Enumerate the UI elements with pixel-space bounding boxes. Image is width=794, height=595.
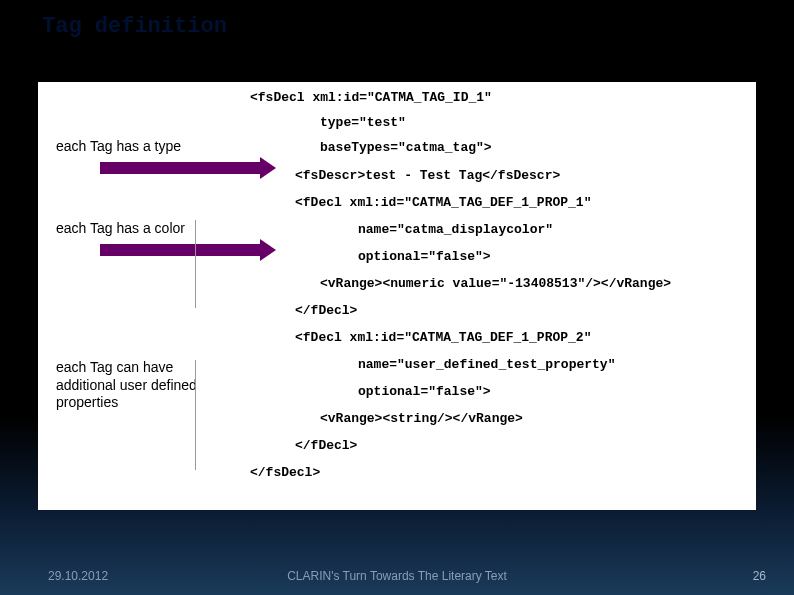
annotation-type: each Tag has a type	[56, 138, 196, 156]
code-line-4: <fsDescr>test - Test Tag</fsDescr>	[295, 168, 560, 183]
code-line-2: type="test"	[320, 115, 406, 130]
code-line-3: baseTypes="catma_tag">	[320, 140, 492, 155]
arrow-type	[100, 162, 260, 174]
code-line-12: optional="false">	[358, 384, 491, 399]
code-line-9: </fDecl>	[295, 303, 357, 318]
code-line-14: </fDecl>	[295, 438, 357, 453]
bracket-props	[195, 360, 196, 470]
bracket-color	[195, 220, 196, 308]
code-line-15: </fsDecl>	[250, 465, 320, 480]
code-line-5: <fDecl xml:id="CATMA_TAG_DEF_1_PROP_1"	[295, 195, 591, 210]
code-line-1: <fsDecl xml:id="CATMA_TAG_ID_1"	[250, 90, 492, 105]
code-line-13: <vRange><string/></vRange>	[320, 411, 523, 426]
code-line-10: <fDecl xml:id="CATMA_TAG_DEF_1_PROP_2"	[295, 330, 591, 345]
slide-title: Tag definition	[42, 14, 227, 39]
footer-center-text: CLARIN's Turn Towards The Literary Text	[0, 569, 794, 583]
arrow-color	[100, 244, 260, 256]
footer-page-number: 26	[753, 569, 766, 583]
annotation-color: each Tag has a color	[56, 220, 196, 238]
code-line-6: name="catma_displaycolor"	[358, 222, 553, 237]
annotation-props: each Tag can have additional user define…	[56, 359, 216, 412]
code-line-11: name="user_defined_test_property"	[358, 357, 615, 372]
code-line-7: optional="false">	[358, 249, 491, 264]
code-line-8: <vRange><numeric value="-13408513"/></vR…	[320, 276, 671, 291]
